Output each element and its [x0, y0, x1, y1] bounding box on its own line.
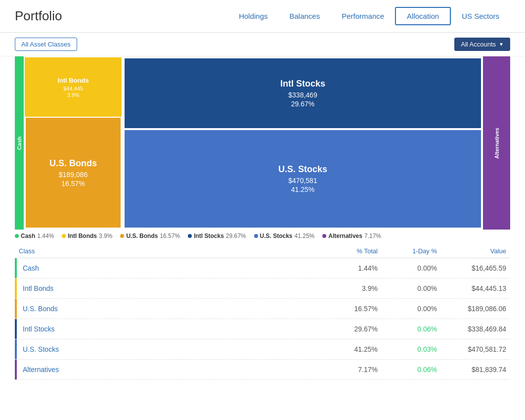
- row-class: U.S. Stocks: [19, 345, 318, 353]
- table-row[interactable]: Intl Stocks 29.67% 0.06% $338,469.84: [15, 319, 510, 339]
- row-color-indicator: [15, 258, 17, 278]
- table-header: Class % Total 1-Day % Value: [15, 244, 510, 258]
- treemap-intl-stocks[interactable]: Intl Stocks $338,469 29.67%: [124, 57, 482, 129]
- us-stocks-title: U.S. Stocks: [278, 164, 327, 175]
- accounts-label: All Accounts: [461, 41, 496, 48]
- alternatives-label: Alternatives: [494, 128, 500, 159]
- us-stocks-value: $470,581: [288, 177, 317, 185]
- legend-label: Alternatives: [328, 233, 362, 239]
- table-row[interactable]: U.S. Stocks 41.25% 0.03% $470,581.72: [15, 339, 510, 360]
- legend-item: U.S. Bonds 16.57%: [120, 233, 180, 239]
- legend-dot: [254, 234, 258, 238]
- legend-pct: 16.57%: [160, 233, 180, 239]
- row-pct-total: 41.25%: [318, 345, 378, 353]
- us-bonds-pct: 16.57%: [61, 180, 85, 187]
- intl-stocks-title: Intl Stocks: [280, 79, 325, 89]
- row-day-pct: 0.00%: [378, 284, 437, 292]
- treemap: Cash Intl Bonds $44,445 3.9% U.S. Bonds …: [15, 56, 510, 230]
- row-class: Alternatives: [19, 366, 318, 373]
- row-value: $189,086.06: [437, 305, 506, 313]
- us-stocks-pct: 41.25%: [291, 186, 314, 193]
- legend-label: U.S. Stocks: [260, 233, 293, 239]
- logo: Portfolio: [15, 8, 62, 24]
- row-class: U.S. Bonds: [19, 305, 318, 313]
- main-nav: Holdings Balances Performance Allocation…: [228, 7, 510, 25]
- legend-label: U.S. Bonds: [126, 233, 158, 239]
- row-class: Cash: [19, 264, 318, 272]
- us-bonds-value: $189,086: [59, 171, 88, 179]
- table-row[interactable]: Alternatives 7.17% 0.06% $81,839.74: [15, 360, 510, 380]
- treemap-right: Intl Stocks $338,469 29.67% U.S. Stocks …: [123, 56, 483, 230]
- legend-pct: 41.25%: [295, 233, 315, 239]
- col-day-pct-header: 1-Day %: [378, 247, 437, 255]
- legend-label: Cash: [21, 233, 35, 239]
- treemap-cash[interactable]: Cash: [15, 56, 24, 230]
- treemap-alternatives[interactable]: Alternatives: [483, 56, 510, 230]
- row-pct-total: 29.67%: [318, 325, 378, 333]
- legend-pct: 29.67%: [226, 233, 246, 239]
- nav-holdings[interactable]: Holdings: [228, 8, 278, 24]
- legend-pct: 7.17%: [364, 233, 381, 239]
- intl-bonds-value: $44,445: [63, 86, 83, 92]
- row-value: $44,445.13: [437, 284, 506, 292]
- row-value: $16,465.59: [437, 264, 506, 272]
- row-day-pct: 0.00%: [378, 305, 437, 313]
- row-color-indicator: [15, 339, 17, 359]
- intl-stocks-value: $338,469: [288, 91, 317, 99]
- row-day-pct: 0.06%: [378, 325, 437, 333]
- cash-label: Cash: [16, 137, 22, 150]
- row-value: $81,839.74: [437, 366, 506, 373]
- caret-icon: ▼: [499, 42, 504, 47]
- intl-bonds-title: Intl Bonds: [57, 77, 89, 84]
- legend-dot: [120, 234, 124, 238]
- legend-dot: [322, 234, 326, 238]
- treemap-us-bonds[interactable]: U.S. Bonds $189,086 16.57%: [25, 117, 122, 229]
- toolbar: All Asset Classes All Accounts ▼: [0, 33, 525, 56]
- row-pct-total: 1.44%: [318, 264, 378, 272]
- legend-dot: [188, 234, 192, 238]
- nav-balances[interactable]: Balances: [279, 8, 331, 24]
- row-class: Intl Stocks: [19, 325, 318, 333]
- us-bonds-title: U.S. Bonds: [49, 158, 97, 169]
- nav-us-sectors[interactable]: US Sectors: [451, 8, 510, 24]
- treemap-intl-bonds[interactable]: Intl Bonds $44,445 3.9%: [25, 57, 122, 117]
- col-class-header: Class: [19, 247, 318, 255]
- row-value: $470,581.72: [437, 345, 506, 353]
- col-value-header: Value: [437, 247, 506, 255]
- row-day-pct: 0.03%: [378, 345, 437, 353]
- legend-label: Intl Bonds: [68, 233, 97, 239]
- legend-item: Alternatives 7.17%: [322, 233, 381, 239]
- table-row[interactable]: U.S. Bonds 16.57% 0.00% $189,086.06: [15, 299, 510, 319]
- row-value: $338,469.84: [437, 325, 506, 333]
- row-color-indicator: [15, 360, 17, 379]
- legend-pct: 1.44%: [37, 233, 54, 239]
- table-body: Cash 1.44% 0.00% $16,465.59 Intl Bonds 3…: [15, 258, 510, 380]
- legend-dot: [15, 234, 19, 238]
- table-row[interactable]: Intl Bonds 3.9% 0.00% $44,445.13: [15, 279, 510, 299]
- header: Portfolio Holdings Balances Performance …: [0, 0, 525, 33]
- treemap-bonds-column: Intl Bonds $44,445 3.9% U.S. Bonds $189,…: [24, 56, 123, 230]
- row-day-pct: 0.00%: [378, 264, 437, 272]
- row-class: Intl Bonds: [19, 284, 318, 292]
- intl-bonds-pct: 3.9%: [67, 92, 79, 98]
- treemap-us-stocks[interactable]: U.S. Stocks $470,581 41.25%: [124, 129, 482, 229]
- intl-stocks-pct: 29.67%: [291, 100, 314, 108]
- legend-label: Intl Stocks: [194, 233, 224, 239]
- treemap-container: Cash Intl Bonds $44,445 3.9% U.S. Bonds …: [0, 56, 525, 242]
- nav-allocation[interactable]: Allocation: [395, 7, 451, 25]
- asset-classes-button[interactable]: All Asset Classes: [15, 38, 77, 51]
- table-container: Class % Total 1-Day % Value Cash 1.44% 0…: [0, 244, 525, 380]
- row-color-indicator: [15, 319, 17, 339]
- nav-performance[interactable]: Performance: [331, 8, 395, 24]
- row-pct-total: 7.17%: [318, 366, 378, 373]
- row-color-indicator: [15, 299, 17, 319]
- legend-item: U.S. Stocks 41.25%: [254, 233, 315, 239]
- table-row[interactable]: Cash 1.44% 0.00% $16,465.59: [15, 258, 510, 279]
- legend-item: Cash 1.44%: [15, 233, 54, 239]
- legend-bar: Cash 1.44% Intl Bonds 3.9% U.S. Bonds 16…: [15, 230, 510, 242]
- row-pct-total: 3.9%: [318, 284, 378, 292]
- legend-item: Intl Bonds 3.9%: [62, 233, 112, 239]
- accounts-dropdown-button[interactable]: All Accounts ▼: [454, 38, 510, 51]
- legend-dot: [62, 234, 66, 238]
- row-color-indicator: [15, 279, 17, 298]
